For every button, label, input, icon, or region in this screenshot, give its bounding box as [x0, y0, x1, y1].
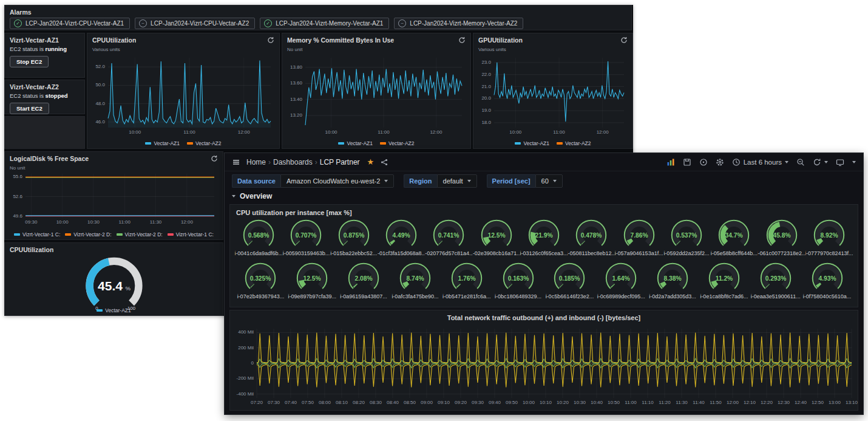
variable-select[interactable]: 60: [535, 174, 563, 188]
breadcrumb-item[interactable]: Home: [246, 158, 266, 166]
svg-text:4.49%: 4.49%: [393, 232, 410, 239]
insights-icon[interactable]: [699, 158, 708, 166]
svg-text:45.4%: 45.4%: [97, 279, 130, 293]
instance-id-label: i-01cf3fa15d068a8...: [378, 250, 425, 256]
alarm-item[interactable]: −LCP-Jan2024-Vizrt-CPU-Vectar-AZ2: [135, 18, 255, 29]
analytics-icon[interactable]: [666, 158, 675, 166]
variable-select[interactable]: default: [437, 174, 477, 188]
x-axis-tick: 11:10: [642, 400, 653, 405]
legend-item[interactable]: Vectar-AZ2: [187, 140, 222, 146]
alarm-item[interactable]: −LCP-Jan2024-Vizrt-Memory-Vectar-AZ2: [394, 18, 523, 29]
alarm-ok-icon: ✓: [14, 19, 22, 27]
refresh-icon[interactable]: [211, 155, 218, 162]
x-axis-tick: 09:30: [472, 400, 484, 405]
breadcrumb-item[interactable]: Dashboards: [273, 158, 313, 166]
row-overview-toggle[interactable]: Overview: [225, 191, 279, 202]
alarm-label: LCP-Jan2024-Vizrt-Memory-Vectar-AZ1: [276, 20, 383, 27]
svg-text:45.8%: 45.8%: [773, 232, 790, 239]
instance-gauge: 8.92%i-0777970c82413f...: [805, 218, 853, 256]
refresh-icon[interactable]: [620, 36, 628, 44]
x-axis-tick: 09:00: [421, 400, 433, 405]
x-axis-tick: 08:50: [404, 400, 416, 405]
legend-item[interactable]: Vectar-AZ1: [338, 140, 373, 146]
stop-ec2-button[interactable]: Stop EC2: [10, 56, 49, 67]
svg-text:0.741%: 0.741%: [438, 232, 459, 239]
chevron-down-icon: [232, 195, 236, 197]
x-axis-tick: 10:30: [87, 220, 100, 225]
x-axis-tick: 11:00: [183, 130, 195, 135]
time-range-label: Last 6 hours: [744, 159, 782, 166]
legend-item[interactable]: Vizrt-Vectar-2 D:: [117, 231, 163, 238]
favorite-star-icon[interactable]: ★: [367, 157, 375, 166]
y-axis-tick: 52.6: [8, 194, 22, 199]
y-axis-tick: 46.0: [91, 120, 105, 125]
logicaldisk-chart[interactable]: 55.652.649.609:3010:0010:3011:0011:3012:…: [8, 171, 219, 226]
y-axis-tick: 50.0: [91, 83, 105, 87]
svg-text:0.163%: 0.163%: [507, 275, 529, 282]
x-axis-tick: 12:50: [812, 400, 824, 405]
legend-color-swatch: [380, 142, 386, 145]
refresh-dashboard-button[interactable]: [813, 158, 828, 166]
logicaldisk-panel: LogicalDisk % Free Space No unit 55.652.…: [4, 151, 223, 240]
memory-chart[interactable]: 13.8013.6013.4013.2010:0011:0012:00: [286, 55, 467, 136]
y-axis-tick: -400 Mil: [232, 392, 254, 397]
share-icon[interactable]: [380, 158, 388, 166]
start-ec2-button[interactable]: Start EC2: [10, 103, 49, 114]
legend-color-swatch: [14, 233, 20, 236]
variable-label: Region: [404, 174, 436, 188]
x-axis-tick: 11:40: [693, 400, 704, 405]
svg-text:21.9%: 21.9%: [535, 232, 552, 239]
cpu-grid-title: CPU utilization per instance [max %]: [230, 205, 858, 216]
legend-item[interactable]: Vectar-AZ1: [97, 307, 131, 313]
legend-item[interactable]: Vectar-AZ1: [145, 140, 180, 146]
alarm-item[interactable]: ✓LCP-Jan2024-Vizrt-CPU-Vectar-AZ1: [10, 18, 130, 29]
svg-text:0.568%: 0.568%: [248, 232, 270, 239]
y-axis-tick: 18.0: [477, 120, 491, 125]
cpu-utilization-chart[interactable]: 52.050.048.046.010:0011:0012:00: [91, 55, 276, 136]
chevron-down-icon: [467, 180, 471, 182]
instance-gauge: 34.7%i-05e58b8cff644b...: [710, 218, 758, 256]
instance-id-label: i-0c5b66146f23e2...: [546, 293, 594, 299]
x-axis-tick: 09:30: [25, 220, 37, 225]
svg-text:1.76%: 1.76%: [458, 275, 475, 282]
svg-text:0.293%: 0.293%: [765, 275, 786, 282]
tv-mode-icon[interactable]: [836, 158, 844, 166]
breadcrumb-item[interactable]: LCP Partner: [320, 158, 360, 166]
instance-gauge: 0.568%i-0041c6da9adf6b...: [235, 218, 282, 256]
chevron-down-icon[interactable]: [852, 161, 856, 163]
legend-item[interactable]: Vizrt-Vectar-2 D:: [65, 231, 111, 238]
x-axis-tick: 11:30: [676, 400, 687, 405]
instance-id-label: i-0f758040c5610a...: [803, 293, 852, 299]
x-axis-tick: 10:20: [557, 400, 569, 405]
variable-label: Period [sec]: [487, 174, 535, 188]
legend-item[interactable]: Vectar-AZ1: [515, 140, 549, 146]
svg-text:34.7%: 34.7%: [725, 232, 743, 239]
legend-item[interactable]: Vectar-AZ2: [557, 140, 591, 146]
network-traffic-chart[interactable]: 400 Mil200 Mil0-200 Mil-400 Mil07:2007:3…: [232, 325, 855, 408]
save-dashboard-icon[interactable]: [683, 158, 691, 166]
variable-select[interactable]: Amazon CloudWatch eu-west-2: [280, 174, 394, 188]
gpu-panel-title: GPUUtilization: [478, 36, 523, 44]
refresh-icon[interactable]: [267, 36, 274, 44]
legend-item[interactable]: Vizrt-Vectar-1 C:: [168, 231, 214, 238]
instance-gauge: 2.08%i-0a96159a43807...: [338, 261, 390, 299]
instance-gauge: 0.163%i-0bc1806489329...: [492, 261, 544, 299]
alarm-item[interactable]: ✓LCP-Jan2024-Vizrt-Memory-Vectar-AZ1: [260, 18, 389, 29]
gpu-utilization-chart[interactable]: 23.022.021.020.019.018.010:0011:0012:00: [477, 55, 629, 136]
memory-panel-title: Memory % Committed Bytes In Use: [287, 36, 394, 44]
legend-item[interactable]: Vizrt-Vectar-1 C:: [14, 231, 60, 238]
y-axis-tick: 23.0: [477, 60, 491, 65]
dashboard-settings-icon[interactable]: [716, 158, 724, 166]
menu-icon[interactable]: [232, 158, 240, 166]
zoom-out-icon[interactable]: [796, 158, 805, 166]
y-axis-tick: 200 Mil: [232, 346, 254, 351]
refresh-icon[interactable]: [458, 36, 466, 44]
grafana-top-nav: Home›Dashboards›LCP Partner ★ Last 6 hou…: [225, 153, 863, 171]
instance-id-label: i-0eaa3e51900611...: [751, 293, 801, 299]
chart-legend: Vectar-AZ1Vectar-AZ2: [87, 140, 279, 146]
instance-id-label: i-0041c6da9adf6b...: [235, 250, 282, 256]
x-axis-tick: 11:20: [659, 400, 670, 405]
time-range-picker[interactable]: Last 6 hours: [732, 158, 788, 166]
alarms-panel: Alarms ✓LCP-Jan2024-Vizrt-CPU-Vectar-AZ1…: [4, 5, 632, 30]
legend-item[interactable]: Vectar-AZ2: [380, 140, 415, 146]
